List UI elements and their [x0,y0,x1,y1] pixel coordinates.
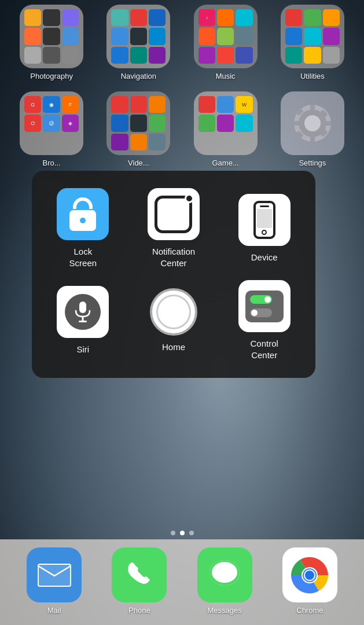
folder-icon-photography [20,5,83,68]
svg-rect-13 [79,321,87,322]
at-home-label: Home [162,341,185,353]
lock-screen-icon [57,188,109,240]
dot-3 [189,531,194,535]
folder-icon-games: W [194,91,258,155]
svg-rect-2 [310,105,315,112]
siri-icon [57,286,109,338]
dock: Mail Phone Messages [0,539,364,625]
folder-music[interactable]: ♪ Music [185,5,267,80]
dot-2 [180,531,185,535]
folder-video[interactable]: Vide... [97,91,179,167]
svg-point-10 [304,115,321,131]
folder-icon-utilities [281,5,344,68]
at-notification-center-label: NotificationCenter [152,246,195,269]
folder-label-photography: Photography [30,72,73,80]
folder-navigation[interactable]: Navigation [97,5,179,80]
at-notification-center[interactable]: NotificationCenter [148,188,200,269]
chrome-app-icon [282,547,337,602]
lock-icon [69,197,96,231]
svg-point-26 [305,571,314,580]
app-grid-row2: G ◉ F O @ ◈ Bro... Vide... W [6,91,358,167]
home-icon-container [150,288,197,336]
svg-rect-5 [324,121,331,126]
folder-label-navigation: Navigation [121,72,156,80]
folder-icon-navigation [106,5,170,68]
at-siri[interactable]: Siri [57,286,109,355]
at-control-center-label: ControlCenter [250,338,278,361]
svg-rect-4 [294,121,301,126]
folder-icon-video [106,91,170,155]
folder-settings[interactable]: Settings [271,91,354,167]
messages-app-icon [197,547,252,602]
folder-label-browsers: Bro... [43,159,61,167]
at-lock-screen-label: LockScreen [69,246,97,269]
at-device[interactable]: Device [238,194,291,263]
at-home[interactable]: Home [150,288,197,353]
dock-label-messages: Messages [208,606,242,615]
mail-app-icon [27,547,82,602]
folder-label-games: Game... [212,159,239,167]
app-grid-row1: Photography Navigation ♪ Mu [6,5,358,80]
notification-center-icon [148,188,200,240]
folder-icon-browsers: G ◉ F O @ ◈ [20,91,83,155]
folder-icon-settings [281,91,344,155]
folder-icon-music: ♪ [194,5,258,68]
folder-label-music: Music [216,72,236,80]
dock-item-phone[interactable]: Phone [112,547,167,615]
dot-1 [171,531,175,535]
at-control-center[interactable]: ControlCenter [238,280,291,361]
folder-browsers[interactable]: G ◉ F O @ ◈ Bro... [10,91,93,167]
dock-label-mail: Mail [47,606,61,615]
assistive-touch-menu: LockScreen NotificationCenter Device [32,171,315,378]
device-icon [238,194,291,246]
folder-photography[interactable]: Photography [10,5,93,80]
dock-label-phone: Phone [128,606,150,615]
dock-item-chrome[interactable]: Chrome [282,547,337,615]
dock-label-chrome: Chrome [296,606,323,615]
folder-label-utilities: Utilities [300,72,325,80]
at-siri-label: Siri [76,344,89,355]
svg-rect-3 [310,135,315,142]
at-device-label: Device [251,252,278,263]
folder-games[interactable]: W Game... [185,91,267,167]
phone-app-icon [112,547,167,602]
svg-rect-11 [79,302,86,313]
folder-label-video: Vide... [128,159,149,167]
home-icon [150,288,197,336]
at-lock-screen[interactable]: LockScreen [57,188,109,269]
folder-label-settings: Settings [299,159,326,167]
svg-rect-12 [82,317,84,321]
svg-point-19 [212,562,237,583]
folder-utilities[interactable]: Utilities [271,5,354,80]
control-center-icon [238,280,291,332]
page-dots [0,531,364,535]
dock-item-messages[interactable]: Messages [197,547,252,615]
dock-item-mail[interactable]: Mail [27,547,82,615]
